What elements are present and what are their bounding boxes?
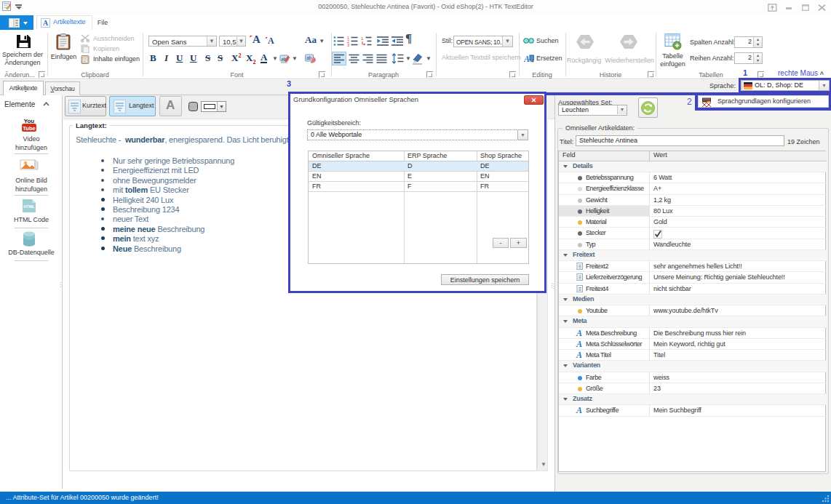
- svg-text:A: A: [524, 54, 530, 63]
- svg-text:A: A: [43, 19, 49, 27]
- svg-text:HTML: HTML: [23, 204, 35, 209]
- svg-text:You: You: [24, 118, 35, 124]
- svg-text:Tube: Tube: [23, 125, 35, 132]
- svg-text:1: 1: [361, 36, 364, 41]
- svg-text:ab: ab: [306, 55, 312, 60]
- svg-text:3: 3: [347, 43, 349, 47]
